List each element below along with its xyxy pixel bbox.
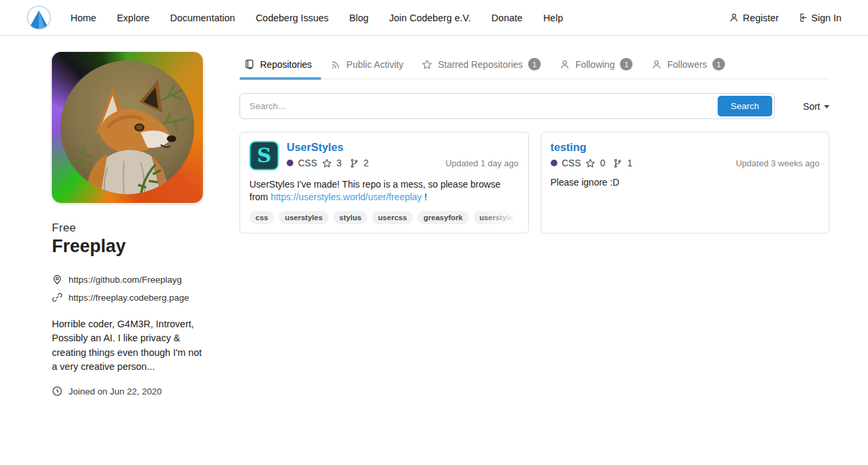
profile-sidebar: Free Freeplay https://github.com/Freepla… bbox=[52, 52, 203, 396]
nav-item-documentation[interactable]: Documentation bbox=[170, 13, 235, 23]
nav-item-codeberg-issues[interactable]: Codeberg Issues bbox=[255, 13, 329, 23]
sign-in-icon bbox=[797, 13, 807, 23]
updated-timestamp: Updated 3 weeks ago bbox=[736, 158, 819, 168]
profile-website-row: https://freeplay.codeberg.page bbox=[52, 292, 203, 303]
tab-public-activity[interactable]: Public Activity bbox=[321, 53, 413, 78]
topic-list: cssuserstylesstylususercssgreasyforkuser… bbox=[249, 211, 519, 224]
person-icon bbox=[559, 59, 570, 70]
star-count: 0 bbox=[600, 158, 605, 168]
person-icon bbox=[651, 59, 662, 70]
profile-location-row: https://github.com/Freeplayg bbox=[52, 274, 203, 285]
nav-item-help[interactable]: Help bbox=[543, 13, 563, 23]
language-label: CSS bbox=[562, 158, 581, 168]
topic-chip[interactable]: stylus bbox=[333, 211, 367, 224]
nav-auth-area: Register Sign In bbox=[729, 13, 841, 23]
star-icon bbox=[585, 158, 595, 168]
profile-joined-row: Joined on Jun 22, 2020 bbox=[52, 386, 203, 396]
tab-starred-repositories[interactable]: Starred Repositories 1 bbox=[412, 52, 550, 79]
sort-label: Sort bbox=[803, 101, 820, 112]
tab-following[interactable]: Following 1 bbox=[550, 52, 642, 79]
chevron-down-icon bbox=[824, 105, 829, 108]
topic-chip[interactable]: usercss bbox=[372, 211, 412, 224]
person-icon bbox=[729, 13, 739, 23]
profile-joined-date: Joined on Jun 22, 2020 bbox=[69, 387, 162, 396]
profile-main: Repositories Public Activity Starred Rep… bbox=[239, 52, 829, 396]
nav-item-home[interactable]: Home bbox=[71, 13, 96, 23]
codeberg-logo-icon[interactable] bbox=[27, 5, 51, 30]
tab-label: Public Activity bbox=[347, 59, 404, 70]
rss-icon bbox=[331, 59, 341, 70]
nav-item-donate[interactable]: Donate bbox=[492, 13, 523, 23]
profile-bio: Horrible coder, G4M3R, Introvert, Possib… bbox=[52, 317, 203, 374]
search-input[interactable] bbox=[249, 101, 718, 111]
following-count-badge: 1 bbox=[620, 58, 633, 71]
profile-tabs: Repositories Public Activity Starred Rep… bbox=[239, 52, 829, 79]
tab-followers[interactable]: Followers 1 bbox=[642, 52, 734, 79]
language-color-dot bbox=[287, 160, 293, 166]
language-color-dot bbox=[551, 160, 557, 166]
clock-icon bbox=[52, 386, 63, 396]
repo-name-link[interactable]: UserStyles bbox=[287, 141, 343, 154]
fork-count: 2 bbox=[364, 158, 369, 168]
fork-icon bbox=[613, 158, 623, 168]
register-label: Register bbox=[743, 13, 779, 23]
profile-website-github[interactable]: https://github.com/Freeplayg bbox=[69, 275, 182, 285]
tab-repositories[interactable]: Repositories bbox=[239, 53, 321, 78]
navbar: Home Explore Documentation Codeberg Issu… bbox=[0, 0, 868, 36]
repo-description: UserStyles I've made! This repo is a mes… bbox=[249, 178, 519, 204]
sort-dropdown[interactable]: Sort bbox=[803, 101, 829, 112]
register-button[interactable]: Register bbox=[729, 13, 779, 23]
avatar[interactable] bbox=[52, 52, 203, 203]
search-box: Search bbox=[239, 93, 775, 119]
nav-item-join-codeberg[interactable]: Join Codeberg e.V. bbox=[389, 13, 471, 23]
star-count: 3 bbox=[337, 158, 342, 168]
profile-username: Free bbox=[52, 222, 203, 235]
repo-description: Please ignore :D bbox=[551, 176, 820, 189]
profile-website-pages[interactable]: https://freeplay.codeberg.page bbox=[69, 293, 189, 303]
starred-count-badge: 1 bbox=[528, 58, 541, 71]
tab-label: Following bbox=[575, 59, 615, 70]
repo-card-userstyles: S UserStyles CSS 3 bbox=[239, 132, 529, 233]
star-icon bbox=[322, 158, 332, 168]
language-label: CSS bbox=[298, 158, 317, 168]
profile-display-name: Freeplay bbox=[52, 236, 203, 257]
topic-chip[interactable]: userstyle bbox=[474, 211, 519, 224]
tab-label: Repositories bbox=[260, 59, 312, 70]
repo-icon bbox=[244, 59, 255, 70]
repository-list: S UserStyles CSS 3 bbox=[239, 132, 829, 233]
description-link[interactable]: https://userstyles.world/user/freeplay bbox=[271, 192, 422, 202]
topic-chip[interactable]: css bbox=[249, 211, 274, 224]
fork-count: 1 bbox=[627, 158, 633, 168]
location-pin-icon bbox=[52, 274, 63, 285]
search-button[interactable]: Search bbox=[718, 96, 773, 116]
fork-icon bbox=[349, 158, 359, 168]
followers-count-badge: 1 bbox=[712, 58, 725, 71]
tab-label: Starred Repositories bbox=[438, 59, 523, 70]
sign-in-button[interactable]: Sign In bbox=[797, 13, 841, 23]
repo-name-link[interactable]: testing bbox=[551, 141, 587, 154]
topic-chip[interactable]: userstyles bbox=[279, 211, 329, 224]
repo-avatar: S bbox=[249, 141, 279, 170]
star-icon bbox=[422, 59, 432, 70]
tab-label: Followers bbox=[667, 59, 707, 70]
search-row: Search Sort bbox=[239, 93, 829, 119]
avatar-fox-photo bbox=[61, 61, 194, 194]
nav-item-blog[interactable]: Blog bbox=[349, 13, 368, 23]
repo-card-testing: testing CSS 0 1 Updated 3 weeks ago Plea… bbox=[541, 132, 830, 233]
nav-links: Home Explore Documentation Codeberg Issu… bbox=[71, 13, 563, 23]
sign-in-label: Sign In bbox=[811, 13, 841, 23]
updated-timestamp: Updated 1 day ago bbox=[446, 158, 519, 168]
link-icon bbox=[52, 292, 63, 303]
topic-chip[interactable]: greasyfork bbox=[418, 211, 469, 224]
nav-item-explore[interactable]: Explore bbox=[117, 13, 150, 23]
